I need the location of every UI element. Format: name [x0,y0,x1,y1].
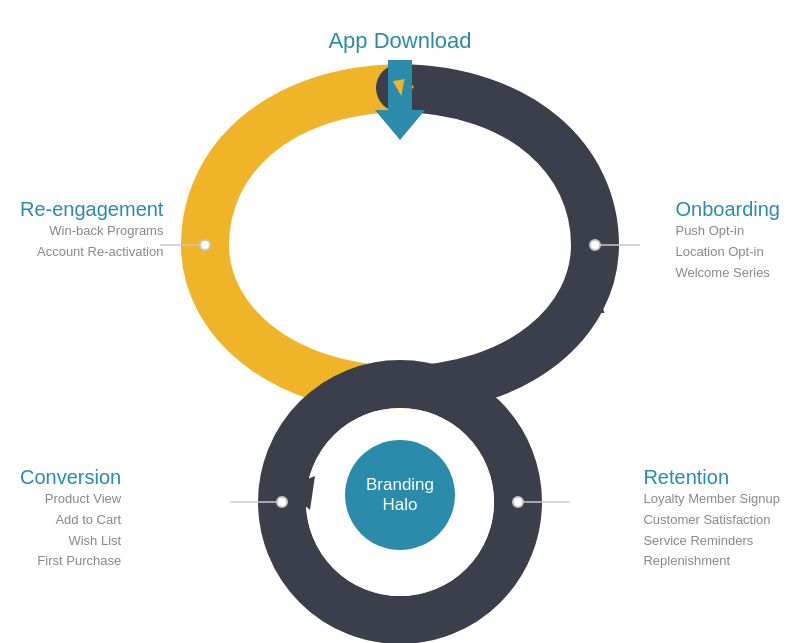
branding-halo-circle: Branding Halo [345,440,455,550]
svg-point-21 [277,497,287,507]
svg-point-17 [200,240,210,250]
reengagement-items: Win-back ProgramsAccount Re-activation [20,221,163,263]
app-download-label: App Download [328,28,471,54]
conversion-items: Product ViewAdd to CartWish ListFirst Pu… [20,489,121,572]
reengagement-label: Re-engagement Win-back ProgramsAccount R… [20,198,163,263]
onboarding-label: Onboarding Push Opt-inLocation Opt-inWel… [675,198,780,283]
retention-label: Retention Loyalty Member SignupCustomer … [643,466,780,572]
svg-point-23 [513,497,523,507]
onboarding-items: Push Opt-inLocation Opt-inWelcome Series [675,221,780,283]
conversion-label: Conversion Product ViewAdd to CartWish L… [20,466,121,572]
retention-items: Loyalty Member SignupCustomer Satisfacti… [643,489,780,572]
diagram-container: App Download Re-engagement Win-back Prog… [0,0,800,643]
svg-point-19 [590,240,600,250]
